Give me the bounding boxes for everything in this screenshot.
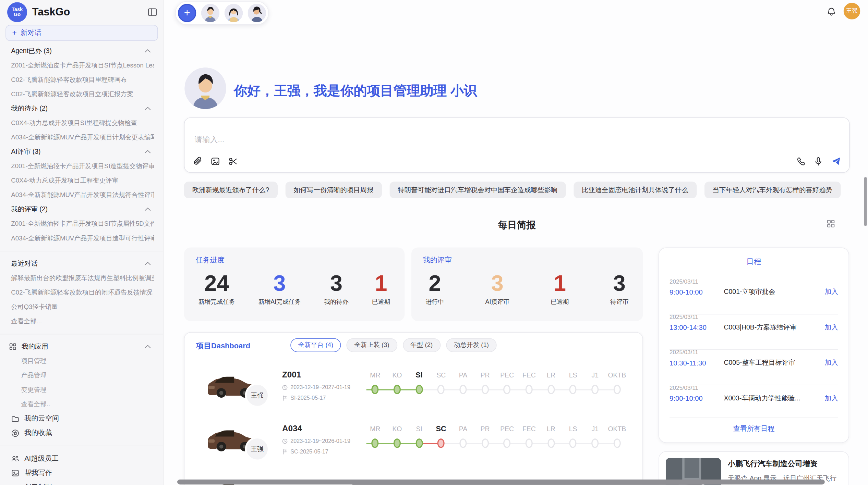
- sidebar-collapse-icon[interactable]: [147, 7, 157, 17]
- project-row-z001[interactable]: 王强 Z001 2023-12-19~2027-01-19 SI-2025-05…: [184, 362, 642, 414]
- section-agent-done[interactable]: Agent已办 (3): [9, 44, 154, 58]
- section-my-review[interactable]: 我的评审 (2): [9, 202, 154, 216]
- avatar-contact-3[interactable]: [248, 4, 266, 22]
- layout-grid-icon[interactable]: [827, 219, 835, 228]
- star-badge-icon: [11, 429, 19, 437]
- dashboard-title: 项目Dashboard: [196, 341, 250, 351]
- view-all-chats-link[interactable]: 查看全部...: [9, 317, 42, 325]
- schedule-item: 2025/03/11 10:30-11:30 C005-整车工程目标评审 加入: [670, 349, 838, 376]
- milestone-node: [437, 385, 445, 394]
- sidebar-item-help-me-write[interactable]: 帮我写作: [9, 465, 154, 480]
- schedule-item: 2025/03/11 13:00-14:30 C003|H0B-方案冻结评审 加…: [670, 313, 838, 341]
- section-my-todo[interactable]: 我的待办 (2): [9, 101, 154, 116]
- composer-left-tools: [193, 157, 238, 166]
- sidebar-item[interactable]: C02-飞腾新能源轻客改款项目里程碑画布: [9, 76, 127, 84]
- schedule-item: 2025/03/11 9:00-10:00 C001-立项审批会 加入: [670, 278, 838, 306]
- stat-overdue: 1已逾期: [551, 271, 569, 306]
- recent-chat-item[interactable]: 解释最新出台的欧盟报废车法规再生塑料比例被调至15%...: [9, 274, 154, 282]
- sidebar-item[interactable]: Z001-全新燃油皮卡产品开发项目SI节点Lesson Learn报告: [9, 61, 154, 70]
- flag-icon: [282, 395, 288, 400]
- sidebar-item[interactable]: C02-飞腾新能源轻客改款项目立项汇报方案: [9, 90, 133, 98]
- milestone-node: [569, 438, 577, 448]
- milestone-node: [481, 438, 489, 448]
- schedule-event-title: X003-车辆动力学性能验...: [724, 394, 825, 403]
- sidebar-item-favorites[interactable]: 我的收藏: [9, 426, 154, 440]
- sidebar-item[interactable]: A034-全新新能源MUV产品开发项目造型可行性评审: [9, 234, 154, 242]
- send-icon[interactable]: [831, 157, 841, 166]
- user-avatar[interactable]: 王强: [844, 3, 860, 19]
- paperclip-icon[interactable]: [193, 157, 202, 166]
- greeting-text: 你好，王强，我是你的项目管理助理 小识: [234, 82, 477, 100]
- sidebar-item-ai-super-staff[interactable]: AI超级员工: [9, 451, 154, 465]
- logo-text-bottom: Go: [14, 12, 21, 17]
- divider: [0, 334, 163, 335]
- join-link[interactable]: 加入: [825, 358, 838, 368]
- section-ai-review[interactable]: AI评审 (3): [9, 145, 154, 159]
- new-chat-label: 新对话: [21, 28, 41, 37]
- stat-overdue: 1已逾期: [372, 271, 390, 306]
- dashboard-tabs: 全新平台 (4) 全新上装 (3) 年型 (2) 动总开发 (1): [290, 338, 496, 352]
- view-all-schedule-link[interactable]: 查看所有日程: [659, 424, 848, 433]
- join-link[interactable]: 加入: [825, 323, 838, 332]
- sidebar-item[interactable]: A034-全新新能源MUV产品开发项目法规符合性评审: [9, 191, 154, 199]
- add-conversation-button[interactable]: +: [178, 4, 196, 22]
- app-item-product-mgmt[interactable]: 产品管理: [9, 371, 47, 380]
- suggestion-chip[interactable]: 如何写一份清晰的项目周报: [285, 182, 382, 198]
- notifications-bell-icon[interactable]: [827, 7, 836, 16]
- sidebar-item[interactable]: A034-全新新能源MUV产品开发项目计划变更表编写: [9, 133, 154, 141]
- schedule-date: 2025/03/11: [670, 313, 838, 320]
- join-link[interactable]: 加入: [825, 394, 838, 403]
- app-item-project-mgmt[interactable]: 项目管理: [9, 357, 47, 365]
- suggestion-chip[interactable]: 比亚迪全固态电池计划具体说了什么: [574, 182, 697, 198]
- horizontal-scrollbar[interactable]: [177, 480, 824, 485]
- card-title: 我的评审: [423, 255, 452, 265]
- my-review-card: 我的评审 2进行中 3AI预评审 1已逾期 3待评审: [411, 248, 643, 321]
- milestone-node: [526, 385, 533, 394]
- recent-chat-item[interactable]: 公司Q3轻卡销量: [9, 302, 58, 311]
- schedule-date: 2025/03/11: [670, 349, 838, 355]
- section-my-apps[interactable]: 我的应用: [9, 339, 154, 354]
- tab-new-body[interactable]: 全新上装 (3): [347, 338, 397, 352]
- join-link[interactable]: 加入: [825, 287, 838, 297]
- screen: Task Go TaskGo + 新对话 Agent已办 (3) Z001-全新…: [0, 0, 868, 485]
- project-dates: 2023-12-19~2026-01-19: [282, 438, 350, 444]
- schedule-date: 2025/03/11: [670, 278, 838, 284]
- clock-icon: [282, 385, 288, 390]
- project-row-a034[interactable]: 王强 A034 2023-12-19~2026-01-19 SC-2025-05…: [184, 415, 642, 468]
- phone-icon[interactable]: [796, 157, 805, 166]
- sidebar-item[interactable]: Z001-全新燃油轻卡产品开发项目SI节点属性5D文件评审: [9, 220, 154, 228]
- schedule-time: 13:00-14:30: [670, 324, 724, 332]
- vertical-scrollbar[interactable]: [864, 177, 867, 226]
- sidebar-item[interactable]: C0X4-动力总成开发项目工程变更评审: [9, 176, 118, 185]
- scissors-icon[interactable]: [228, 157, 238, 166]
- sidebar-item[interactable]: Z001-全新燃油轻卡产品开发项目SI造型提交物评审: [9, 162, 154, 170]
- avatar-contact-2[interactable]: [225, 4, 243, 22]
- recent-chat-item[interactable]: C02-飞腾新能源轻客改款项目的闭环通告反馈情况: [9, 288, 153, 296]
- suggestion-chip[interactable]: 当下年轻人对汽车外观有怎样的喜好趋势: [704, 182, 841, 198]
- section-recent-chats[interactable]: 最近对话: [9, 256, 154, 271]
- milestone-node: [504, 438, 511, 448]
- tab-powertrain[interactable]: 动总开发 (1): [446, 338, 497, 352]
- project-dashboard-card: 项目Dashboard 全新平台 (4) 全新上装 (3) 年型 (2) 动总开…: [184, 332, 643, 485]
- suggestion-chip[interactable]: 特朗普可能对进口汽车增税会对中国车企造成哪些影响: [389, 182, 566, 198]
- microphone-icon[interactable]: [813, 157, 823, 166]
- tab-model-year[interactable]: 年型 (2): [403, 338, 441, 352]
- avatar-contact-1[interactable]: [201, 4, 219, 22]
- view-all-apps-link[interactable]: 查看全部..: [9, 400, 50, 408]
- suggestion-chip[interactable]: 欧洲新规最近颁布了什么?: [184, 182, 278, 198]
- chevron-up-icon: [145, 106, 151, 111]
- app-item-change-mgmt[interactable]: 变更管理: [9, 386, 47, 394]
- stat-pending-review: 3待评审: [610, 271, 628, 306]
- sidebar-item-cloud-space[interactable]: 我的云空间: [9, 411, 154, 426]
- tab-new-platform[interactable]: 全新平台 (4): [290, 338, 341, 352]
- quill-pen-icon: [11, 483, 19, 485]
- sidebar-item-creative-drawing[interactable]: 创意制图: [9, 480, 154, 485]
- conversation-switcher: +: [175, 1, 269, 25]
- chat-input[interactable]: [193, 135, 695, 145]
- milestone-node: [394, 385, 401, 394]
- new-chat-button[interactable]: + 新对话: [5, 25, 158, 41]
- sidebar-list: Agent已办 (3) Z001-全新燃油皮卡产品开发项目SI节点Lesson …: [0, 44, 163, 485]
- image-icon[interactable]: [210, 157, 220, 166]
- image-icon: [11, 469, 19, 477]
- sidebar-item[interactable]: C0X4-动力总成开发项目SI里程碑提交物检查: [9, 119, 137, 127]
